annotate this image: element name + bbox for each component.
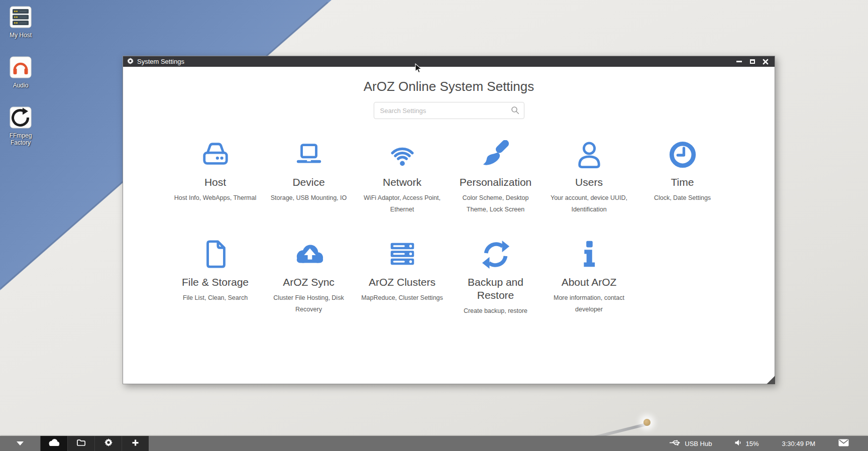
tile-title: Backup and Restore: [452, 276, 539, 302]
tile-subtitle: Create backup, restore: [452, 305, 539, 317]
tile-title: Personalization: [452, 176, 539, 189]
tile-title: ArOZ Clusters: [359, 276, 446, 289]
tile-users[interactable]: Users Your account, device UUID, Identif…: [542, 138, 636, 216]
wifi-icon: [359, 138, 446, 169]
desktop-icon-label: Audio: [4, 82, 37, 89]
user-icon: [546, 138, 633, 169]
taskbar-add-button[interactable]: [122, 436, 149, 451]
tray-clock: 3:30:49 PM: [782, 440, 816, 447]
window-content: ArOZ Online System Settings: [123, 67, 775, 384]
tile-subtitle: Your account, device UUID, Identificatio…: [546, 192, 633, 215]
tile-title: File & Storage: [172, 276, 259, 289]
tile-device[interactable]: Device Storage, USB Mounting, IO: [262, 138, 356, 216]
tile-title: Network: [359, 176, 446, 189]
usb-icon: [669, 439, 681, 447]
tray-clock-text: 3:30:49 PM: [782, 440, 816, 447]
tile-network[interactable]: Network WiFi Adaptor, Access Point, Ethe…: [356, 138, 449, 216]
search-input[interactable]: [374, 102, 524, 119]
taskbar: USB Hub 15% 3:30:49 PM: [0, 436, 868, 451]
tile-subtitle: MapReduce, Cluster Settings: [359, 292, 446, 304]
settings-grid-row1: Host Host Info, WebApps, Thermal Device …: [169, 138, 729, 216]
envelope-icon: [838, 439, 849, 448]
taskbar-folder-button[interactable]: [67, 436, 94, 451]
tile-time[interactable]: Time Clock, Date Settings: [636, 138, 729, 216]
tile-file-storage[interactable]: File & Storage File List, Clean, Search: [169, 238, 262, 317]
tile-title: Time: [639, 176, 726, 189]
minimize-icon[interactable]: [736, 58, 742, 65]
tile-host[interactable]: Host Host Info, WebApps, Thermal: [169, 138, 262, 216]
window-title: System Settings: [137, 58, 184, 65]
tile-subtitle: Clock, Date Settings: [639, 192, 726, 204]
tile-subtitle: Color Scheme, Desktop Theme, Lock Screen: [452, 192, 539, 215]
window-titlebar[interactable]: System Settings: [123, 56, 775, 67]
paintbrush-icon: [452, 138, 539, 169]
tile-aroz-sync[interactable]: ArOZ Sync Cluster File Hosting, Disk Rec…: [262, 238, 356, 317]
file-icon: [172, 238, 259, 269]
tray-mail[interactable]: [838, 439, 849, 448]
cloud-icon: [48, 438, 60, 448]
close-icon[interactable]: [762, 58, 769, 65]
tile-subtitle: Cluster File Hosting, Disk Recovery: [265, 292, 353, 315]
tile-title: About ArOZ: [546, 276, 633, 289]
recycle-arrows-icon: [10, 106, 32, 129]
cloud-upload-icon: [265, 238, 353, 269]
tile-aroz-clusters[interactable]: ArOZ Clusters MapReduce, Cluster Setting…: [356, 238, 449, 317]
tile-backup-restore[interactable]: Backup and Restore Create backup, restor…: [449, 238, 542, 317]
tile-subtitle: File List, Clean, Search: [172, 292, 259, 304]
taskbar-cloud-button[interactable]: [40, 436, 67, 451]
desktop-icon-label: FFmpeg Factory: [4, 132, 37, 147]
system-settings-window: System Settings ArOZ Online System Setti…: [123, 56, 775, 384]
tile-subtitle: WiFi Adaptor, Access Point, Ethernet: [359, 192, 446, 215]
laptop-icon: [265, 138, 353, 169]
tile-personalization[interactable]: Personalization Color Scheme, Desktop Th…: [449, 138, 542, 216]
folder-icon: [76, 439, 86, 448]
server-rack-icon: [10, 6, 32, 28]
speaker-icon: [735, 439, 741, 447]
clock-icon: [639, 138, 726, 169]
desktop-icon-my-host[interactable]: My Host: [4, 6, 37, 39]
desktop-icon-audio[interactable]: Audio: [4, 56, 37, 89]
tile-title: Host: [172, 176, 259, 189]
page-title: ArOZ Online System Settings: [123, 79, 775, 94]
server-stack-icon: [359, 238, 446, 269]
plus-icon: [132, 439, 139, 448]
window-resize-handle[interactable]: [767, 376, 775, 384]
tile-title: Users: [546, 176, 633, 189]
desktop-icon-label: My Host: [4, 32, 37, 39]
tray-usb-label: USB Hub: [685, 440, 712, 447]
tile-subtitle: Host Info, WebApps, Thermal: [172, 192, 259, 204]
taskbar-settings-button[interactable]: [94, 436, 122, 451]
maximize-icon[interactable]: [749, 58, 755, 65]
taskbar-caret-button[interactable]: [0, 441, 40, 445]
caret-down-icon: [17, 441, 24, 445]
settings-grid-row2: File & Storage File List, Clean, Search …: [169, 238, 729, 317]
hdd-icon: [172, 138, 259, 169]
tile-about-aroz[interactable]: About ArOZ More information, contact dev…: [542, 238, 636, 317]
info-icon: [546, 238, 633, 269]
tile-title: Device: [265, 176, 353, 189]
tile-title: ArOZ Sync: [265, 276, 353, 289]
tray-usb[interactable]: USB Hub: [669, 439, 712, 447]
magnifier-icon: [511, 106, 519, 117]
tray-volume-level: 15%: [745, 440, 758, 447]
wall-peg: [643, 419, 650, 426]
gear-icon: [127, 57, 134, 66]
desktop-icon-ffmpeg-factory[interactable]: FFmpeg Factory: [4, 106, 37, 147]
sync-arrows-icon: [452, 238, 539, 269]
tile-subtitle: Storage, USB Mounting, IO: [265, 192, 353, 204]
tray-volume[interactable]: 15%: [735, 439, 758, 447]
tile-subtitle: More information, contact developer: [546, 292, 633, 315]
system-tray: USB Hub 15% 3:30:49 PM: [669, 439, 868, 448]
headphones-icon: [10, 56, 32, 78]
gear-icon: [104, 438, 113, 448]
